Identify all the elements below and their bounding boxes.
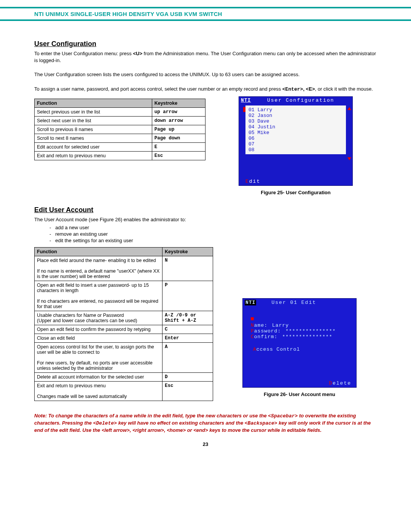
osd-title: User 01 Edit (271, 300, 316, 305)
table-row: Open an edit field to insert a user pass… (35, 281, 213, 311)
paragraph: To assign a user name, password, and por… (34, 86, 377, 93)
osd-title: User Configuration (267, 97, 334, 103)
scroll-up-icon (347, 107, 351, 110)
list-item: 05 Mike (245, 130, 346, 136)
figure-25-screen: NTI User Configuration 01 Larry 02 Jason… (239, 96, 353, 186)
table-row: Exit and return to previous menuEsc (35, 152, 206, 160)
table-row: Usable characters for Name or Password (… (35, 311, 213, 325)
table-header: Keystroke (152, 99, 205, 108)
paragraph: To enter the User Configuration menu: pr… (34, 50, 377, 64)
figure-26-screen: NTI User 01 Edit Name:Larry Password:***… (242, 298, 357, 388)
table-row: Place edit field around the name- enabli… (35, 256, 213, 281)
table-header: Function (35, 247, 162, 256)
table-row: Select next user in the listdown arrow (35, 117, 206, 125)
list-item: add a new user (49, 225, 377, 230)
table-row: Delete all account information for the s… (35, 372, 213, 381)
nti-logo: NTI (241, 97, 251, 103)
list-item: 03 Dave (245, 118, 346, 124)
table-row: Edit account for selected userE (35, 143, 206, 152)
section-heading-user-config: User Configuration (34, 40, 377, 48)
table-row: Select previous user in the listup arrow (35, 108, 206, 117)
table-row: Scroll to previous 8 namesPage up (35, 125, 206, 134)
scroll-down-icon (347, 157, 351, 160)
table-row: Open access control list for the user, t… (35, 342, 213, 372)
selection-indicator (251, 317, 254, 320)
keystroke-table-1: Function Keystroke Select previous user … (34, 99, 206, 160)
table-row: Close an edit fieldEnter (35, 334, 213, 342)
list-item: 06 (245, 136, 346, 141)
nti-logo: NTI (245, 300, 256, 305)
section-heading-edit-user: Edit User Account (34, 206, 377, 214)
list-item: remove an existing user (49, 231, 377, 237)
page-number: 23 (34, 441, 377, 447)
table-row: Exit and return to previous menu Changes… (35, 381, 213, 401)
figure-26: NTI User 01 Edit Name:Larry Password:***… (222, 245, 377, 397)
osd-edit-hint: Edit (245, 179, 260, 184)
list-item: edit the settings for an existing user (49, 238, 377, 243)
figure-caption: Figure 25- User Configuration (261, 190, 330, 195)
bullet-list: add a new user remove an existing user e… (34, 225, 377, 243)
header-title: NTI UNIMUX SINGLE-USER HIGH DENSITY VGA … (34, 11, 222, 17)
osd-fields: Name:Larry Password:*************** Conf… (251, 316, 357, 340)
selection-indicator (243, 107, 245, 112)
table-header: Function (35, 99, 152, 108)
figure-caption: Figure 26- User Account menu (264, 391, 335, 397)
list-item: 04 Justin (245, 124, 346, 130)
figure-25: NTI User Configuration 01 Larry 02 Jason… (215, 96, 377, 195)
osd-access-control: Access Control (253, 347, 357, 352)
list-item: 08 (245, 147, 346, 153)
table-header: Keystroke (162, 247, 213, 256)
table-row: Open an edit field to confirm the passwo… (35, 325, 213, 334)
document-header: NTI UNIMUX SINGLE-USER HIGH DENSITY VGA … (0, 7, 411, 21)
table-row: Scroll to next 8 namesPage down (35, 134, 206, 143)
list-item: 02 Jason (245, 113, 346, 118)
list-item: 01 Larry (245, 107, 346, 113)
keystroke-table-2: Function Keystroke Place edit field arou… (34, 247, 213, 401)
osd-delete-hint: Delete (329, 380, 351, 386)
note-paragraph: Note: To change the characters of a name… (34, 412, 377, 434)
list-item: 07 (245, 141, 346, 147)
paragraph: The User Account mode (see Figure 26) en… (34, 216, 377, 223)
user-list: 01 Larry 02 Jason 03 Dave 04 Justin 05 M… (245, 105, 346, 154)
paragraph: The User Configuration screen lists the … (34, 71, 377, 78)
